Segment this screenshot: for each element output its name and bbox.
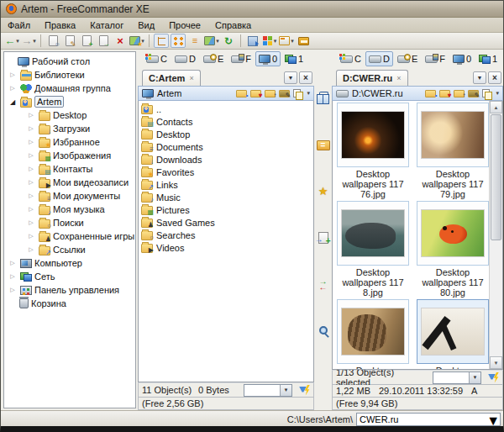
filter-input[interactable] [433,372,469,383]
tab-d-cwer[interactable]: D:CWER.ru× [336,70,408,86]
tab-list-dropdown-button[interactable]: ▼ [473,71,486,84]
file-row-searches[interactable]: ○Searches [139,229,312,241]
scroll-down-icon[interactable]: ▼ [490,356,502,369]
filter-combo[interactable]: ▼ [244,384,292,397]
folder-up-icon[interactable]: ↑ [454,90,465,97]
tree-item-homegroup[interactable]: ▷Домашняя группа [4,82,135,95]
tree-item-contacts[interactable]: ▷▤Контакты [4,162,135,176]
tree-toggle-button[interactable] [154,34,169,48]
scroll-up-icon[interactable]: ▲ [490,101,502,113]
drive-e-button[interactable]: E [394,51,421,66]
folder-up-icon[interactable]: ↑ [265,90,276,97]
tree-item-desktop-root[interactable]: Рабочий стол [4,55,135,68]
expander-icon[interactable]: ◢ [8,98,18,106]
file-row-pictures[interactable]: ▦Pictures [139,203,312,216]
expander-icon[interactable]: ▷ [26,179,36,186]
thumbnail-item[interactable]: Desktop wallpapers 117 79.jpg [414,103,491,199]
menu-extras[interactable]: Прочее [169,20,201,30]
details-view-button[interactable] [171,34,186,48]
synchronize-button[interactable]: →← [316,277,330,291]
compare-panels-button[interactable] [316,92,330,106]
command-line-combo[interactable]: ▼ [356,413,501,426]
title-bar[interactable]: Artem - FreeCommander XE [1,1,503,18]
file-row-up[interactable]: .. [139,103,312,115]
tree-item-artem[interactable]: ◢Artem [4,95,135,108]
sync-folders-button[interactable] [316,138,330,152]
combo-arrow-icon[interactable]: ▼ [486,414,500,425]
thumbnail-item[interactable]: Desktop wallpapers 117 80.jpg [414,201,491,298]
tree-item-documents[interactable]: ▷≡Мои документы [4,189,135,203]
copy-path-icon[interactable] [482,89,491,98]
folder-edit-icon[interactable]: ✎ [468,90,479,97]
tab-c-artem[interactable]: C:Artem× [142,70,201,86]
back-dropdown-icon[interactable]: ▾ [16,38,19,45]
tree-item-links[interactable]: ▷↗Ссылки [4,243,135,256]
tree-item-network[interactable]: ▷Сеть [4,270,135,283]
expander-icon[interactable]: ▷ [26,246,36,253]
drive-c-button[interactable]: C [337,51,365,66]
tree-item-recycle-bin[interactable]: Корзина [4,297,135,310]
file-row-videos[interactable]: ▶Videos [139,241,312,254]
expander-icon[interactable]: ▷ [26,233,36,240]
filter-icon[interactable] [299,385,310,396]
file-row-favorites[interactable]: ★Favorites [139,166,312,178]
tab-close-icon[interactable]: × [396,75,401,82]
command-line-input[interactable] [357,414,486,425]
history-folder-icon[interactable]: • [236,90,247,97]
path-dropdown-icon[interactable]: ▾ [496,90,499,97]
tree-item-favorites[interactable]: ▷★Избранное [4,135,135,149]
expander-icon[interactable]: ▷ [26,152,36,159]
favorites-folder-icon[interactable]: ♥ [250,90,261,97]
copy-to-other-panel-button[interactable]: →+ [316,230,330,245]
drive-d-button[interactable]: D [365,51,393,66]
tree-item-music[interactable]: ▷♪Моя музыка [4,203,135,216]
menu-file[interactable]: Файл [8,20,30,30]
network-drive-button[interactable]: 1 [281,51,307,66]
menu-folder[interactable]: Каталог [90,20,123,30]
tree-item-pictures[interactable]: ▷▦Изображения [4,149,135,162]
tree-item-desktop[interactable]: ▷Desktop [4,108,135,122]
menu-edit[interactable]: Правка [45,20,76,30]
expander-icon[interactable]: ▷ [26,192,36,199]
folder-edit-icon[interactable]: ✎ [279,90,290,97]
thumbnails-dropdown-icon[interactable]: ▾ [216,38,219,45]
desktop-drive-button[interactable]: 0 [255,51,281,66]
thumbnail-item[interactable]: Desktop wallpapers 117 81.jpg [334,299,412,370]
thumbnail-item[interactable]: Desktop wallpapers 117 8.jpg [334,201,412,298]
explorer-dropdown-icon[interactable]: ▾ [274,38,277,45]
settings-button[interactable] [245,34,260,48]
move-button[interactable]: → [96,34,111,48]
history-folder-icon[interactable]: • [425,90,436,97]
drive-e-button[interactable]: E [200,51,227,66]
thumbnail-item[interactable]: Desktop wallpapers 117 76.jpg [334,103,412,199]
view-file-button[interactable]: ○ [45,34,60,48]
combo-arrow-icon[interactable]: ▼ [469,372,480,383]
network-drive-button[interactable]: 1 [475,51,501,66]
tree-item-control-panel[interactable]: ▷Панель управления [4,283,135,297]
tree-item-saved-games[interactable]: ▷♟Сохраненные игры [4,229,135,243]
expander-icon[interactable]: ▷ [8,260,18,266]
list-view-button[interactable]: ≡ [187,34,202,48]
file-row-links[interactable]: ↗Links [139,178,312,191]
tree-item-computer[interactable]: ▷Компьютер [4,256,135,270]
copy-button[interactable]: + [79,34,94,48]
console-dropdown-icon[interactable]: ▾ [291,38,294,45]
path-bar-right[interactable]: D:\CWER.ru • ♥ ↑ ✎ ▾ [332,86,503,101]
tab-list-dropdown-button[interactable]: ▼ [284,71,297,84]
filter-combo[interactable]: ▼ [433,371,481,384]
command-prompt-button[interactable]: ▾ [279,34,294,48]
back-button[interactable]: ←▾ [4,34,19,48]
expander-icon[interactable]: ▷ [26,112,36,119]
expander-icon[interactable]: ▷ [26,206,36,213]
explorer-button[interactable]: ▾ [262,34,277,48]
file-row-documents[interactable]: ≡Documents [139,140,312,153]
forward-button[interactable]: →▾ [21,34,36,48]
drive-f-button[interactable]: F [422,51,449,66]
archive-button[interactable] [296,34,311,48]
thumbnails-view-button[interactable]: ▾ [204,34,219,48]
vertical-scrollbar[interactable]: ▲ ▼ [489,101,502,369]
filter-icon[interactable] [488,372,499,383]
desktop-drive-button[interactable]: 0 [449,51,475,66]
file-row-saved-games[interactable]: ♟Saved Games [139,216,312,229]
expander-icon[interactable]: ▷ [26,139,36,145]
